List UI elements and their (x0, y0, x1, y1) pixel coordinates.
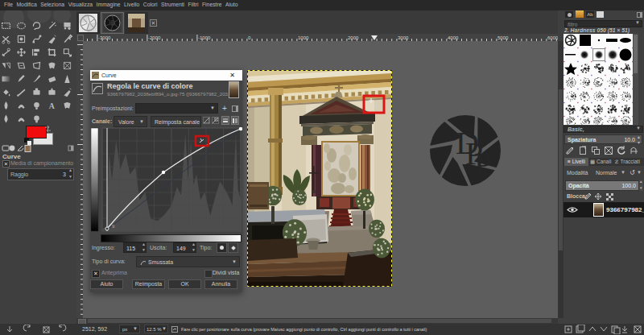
svg-text:3000: 3000 (398, 35, 409, 40)
svg-text:5000: 5000 (497, 35, 509, 40)
svg-text:-1000: -1000 (198, 35, 211, 40)
svg-text:-2000: -2000 (148, 35, 161, 40)
svg-text:1000: 1000 (298, 35, 309, 40)
svg-text:4000: 4000 (448, 35, 459, 40)
svg-text:A: A (49, 101, 56, 110)
svg-text:P: P (109, 19, 114, 27)
svg-text:6000: 6000 (547, 35, 558, 40)
svg-text:0: 0 (248, 35, 251, 40)
svg-text:-3000: -3000 (98, 35, 111, 40)
svg-text:2000: 2000 (348, 35, 359, 40)
svg-text:P: P (474, 146, 492, 182)
